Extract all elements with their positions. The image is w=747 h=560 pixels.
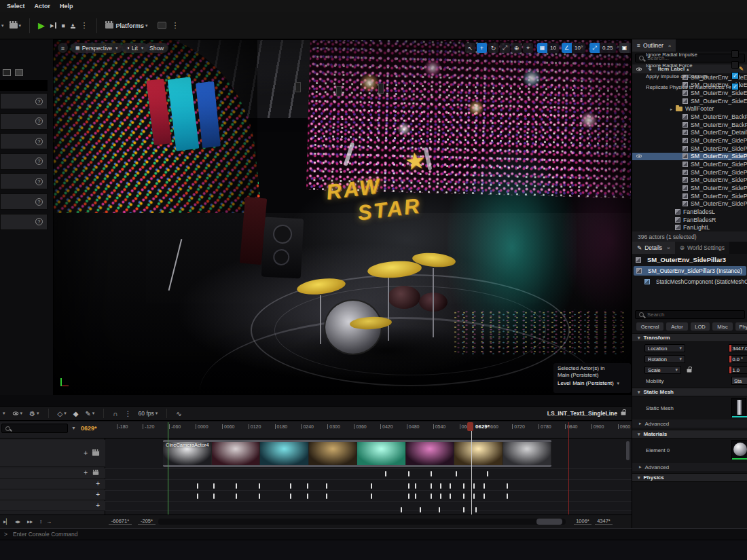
camera-track-icon[interactable] [93, 471, 98, 475]
keyframe[interactable] [213, 493, 215, 499]
keyframe[interactable] [463, 493, 464, 499]
keyframe[interactable] [431, 493, 432, 499]
curve-editor-icon[interactable]: ∿ [176, 410, 181, 417]
eject-button[interactable]: ▴ [71, 22, 75, 29]
keyframe[interactable] [475, 507, 477, 512]
keyframe[interactable] [236, 493, 237, 499]
camera-cuts-filmstrip[interactable]: CineCameraActor4 [163, 440, 551, 467]
add-section-icon[interactable]: + [96, 502, 100, 509]
snap-kebab-icon[interactable]: ⋮ [125, 410, 132, 417]
keyframe[interactable] [401, 507, 402, 512]
move-tool-icon[interactable]: + [477, 43, 487, 53]
menu-item-help[interactable]: Help [60, 3, 73, 10]
details-category-general[interactable]: General [636, 322, 663, 331]
jump-end-icon[interactable]: → [46, 519, 52, 525]
outliner-item[interactable]: SM_OuterEnv_SidePil [632, 160, 747, 168]
keyframe[interactable] [415, 483, 416, 489]
rotation-x-field[interactable]: 0.0 ° [729, 355, 747, 363]
keyframe[interactable] [463, 483, 464, 489]
keyframe[interactable] [408, 493, 409, 499]
current-time-field[interactable]: 0629* [81, 425, 97, 432]
sequencer-track-row[interactable]: + [0, 490, 105, 500]
loop-icon[interactable]: ◂▸ [15, 519, 20, 525]
outliner-item[interactable]: SM_OuterEnv_SideE [632, 89, 747, 97]
section-physics[interactable]: ▾Physics [632, 473, 747, 482]
filter-icon[interactable]: ▼ [71, 426, 76, 430]
tab-outliner[interactable]: ≡ Outliner × [632, 39, 676, 52]
camera-cuts-track-row[interactable]: + [0, 440, 105, 467]
outliner-item[interactable]: SM_OuterEnv_SidePil [632, 153, 747, 161]
location-dropdown[interactable]: Location▾ [644, 344, 685, 352]
keyframe[interactable] [408, 483, 409, 489]
tab-details[interactable]: ✎ Details × [632, 242, 675, 254]
keyframe[interactable] [371, 483, 372, 489]
add-section-icon[interactable]: + [84, 470, 88, 477]
details-component-row[interactable]: StaticMeshComponent (StaticMeshCom [644, 277, 747, 286]
scale-dropdown[interactable]: Scale▾ [644, 366, 681, 374]
platforms-button[interactable]: Platforms ▾ [105, 22, 148, 29]
outliner-item[interactable]: SM_OuterEnv_SidePil [632, 145, 747, 153]
menu-item-actor[interactable]: Actor [35, 3, 51, 10]
keyframe[interactable] [463, 507, 464, 512]
outliner-item[interactable]: SM_OuterEnv_SidePil [632, 184, 747, 192]
camera-preset-icon[interactable] [15, 69, 23, 76]
scale-snap-control[interactable]: ⤢ 0.25 [589, 43, 616, 53]
left-panel-row[interactable]: ? [0, 173, 48, 189]
outliner-item[interactable]: SM_OuterEnv_SideE [632, 97, 747, 105]
rotation-dropdown[interactable]: Rotation▾ [644, 355, 685, 363]
section-static-mesh[interactable]: ▾Static Mesh [632, 388, 747, 396]
details-category-actor[interactable]: Actor [666, 322, 688, 331]
outliner-item[interactable]: SM_OuterEnv_BackPi [632, 121, 747, 129]
view-range-start-field[interactable]: -205* [138, 518, 156, 525]
timeline-hscrollbar[interactable] [158, 519, 566, 525]
chevron-down-icon[interactable]: ▾ [0, 23, 4, 29]
console-command-bar[interactable]: > Enter Console Command [0, 528, 747, 540]
keyframe[interactable] [420, 507, 421, 512]
expand-range-icon[interactable]: ↕ [39, 519, 42, 525]
play-button[interactable]: ▶ [38, 20, 45, 31]
outliner-item[interactable]: SM_OuterEnv_BackPi [632, 113, 747, 121]
static-mesh-thumbnail[interactable] [731, 398, 746, 417]
visibility-eye-icon[interactable] [636, 155, 642, 158]
physics-checkbox[interactable] [731, 50, 739, 58]
keyframe-options-icon[interactable]: ◇▾ [58, 410, 67, 417]
add-track-icon[interactable]: + [84, 450, 88, 457]
details-category-misc[interactable]: Misc [712, 322, 733, 331]
camera-track-icon[interactable] [92, 451, 99, 455]
rotation-snap-control[interactable]: ∠ 10° [562, 43, 585, 53]
expander-icon[interactable]: ▸ [670, 107, 674, 111]
keyframe[interactable] [456, 471, 457, 477]
keyframe[interactable] [450, 483, 451, 489]
section-materials[interactable]: ▾Materials [632, 430, 747, 438]
playhead-line[interactable] [471, 422, 472, 515]
left-panel-row[interactable]: ? [0, 93, 48, 109]
perspective-dropdown[interactable]: ▦ Perspective▾ [71, 43, 123, 53]
current-level-dropdown[interactable]: Level Main (Persistent) ▾ [558, 380, 627, 387]
sequencer-track-row[interactable]: + [0, 501, 105, 511]
keyframe[interactable] [473, 493, 475, 499]
snapping-magnet-icon[interactable]: ∩ [113, 410, 117, 417]
keyframe[interactable] [197, 483, 198, 489]
left-panel-row[interactable]: ? [0, 153, 48, 170]
keyframe[interactable] [290, 493, 291, 499]
details-search-input[interactable]: Search [635, 310, 745, 319]
scrollbar-handle[interactable] [536, 519, 562, 525]
keyframe[interactable] [507, 493, 508, 499]
lock-icon[interactable] [621, 411, 626, 415]
keyframe[interactable] [440, 493, 441, 499]
edit-mode-icon[interactable]: ✎▾ [85, 410, 94, 417]
outliner-item[interactable]: ▸WallFooter [632, 105, 747, 113]
working-range-start-field[interactable]: -60671* [109, 518, 132, 525]
edit-column-icon[interactable]: ✎ [739, 66, 744, 72]
keyframe[interactable] [408, 471, 409, 477]
select-tool-icon[interactable]: ↖ [465, 43, 475, 53]
details-instance-row[interactable]: SM_OuterEnv_SidePillar3 (Instance) [634, 266, 746, 276]
outliner-item[interactable]: FanBladesL [632, 208, 747, 216]
keyframe[interactable] [213, 483, 215, 489]
viewport-options-icon[interactable]: ≡ [58, 43, 68, 53]
section-transform[interactable]: ▾Transform [632, 333, 747, 342]
world-space-icon[interactable]: ⊕ [511, 43, 522, 53]
advanced-expander[interactable]: ▸Advanced [632, 419, 747, 428]
outliner-item[interactable]: FanLightL [632, 223, 747, 231]
keyframe[interactable] [484, 483, 485, 489]
